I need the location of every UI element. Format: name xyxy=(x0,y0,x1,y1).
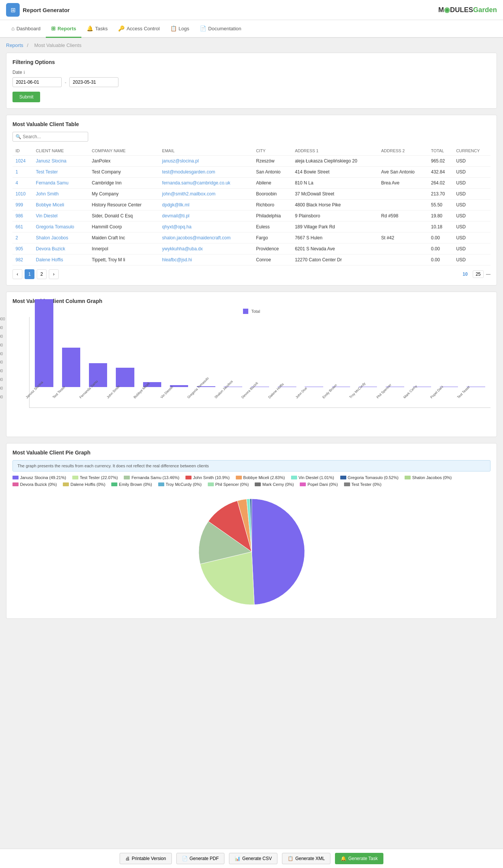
col-addr2: ADDRESS 2 xyxy=(378,146,428,156)
pie-legend-item: Troy McCurdy (0%) xyxy=(158,482,202,487)
client-name-link[interactable]: John Smith xyxy=(36,191,59,197)
email-link[interactable]: shalon.jacobos@maidencraft.com xyxy=(162,235,230,240)
pie-chart-panel: Most Valuable Client Pie Graph The graph… xyxy=(6,443,497,619)
email-link[interactable]: devmail@ti.pl xyxy=(162,213,189,219)
page-size-sep: — xyxy=(486,272,491,277)
y-axis: 10009008007006005004003002001000 xyxy=(0,317,5,408)
reports-icon: ⊞ xyxy=(51,25,56,31)
cell-addr1: 810 N La xyxy=(292,178,378,189)
email-link[interactable]: hleafbc@jsd.hi xyxy=(162,257,192,262)
table-row: 1 Test Tester Test Company test@modulesg… xyxy=(12,167,491,178)
cell-total: 19.80 xyxy=(428,211,453,222)
client-name-link[interactable]: Devora Buzick xyxy=(36,246,65,251)
id-link[interactable]: 905 xyxy=(16,246,23,251)
id-link[interactable]: 982 xyxy=(16,257,23,262)
table-row: 982 Dalene Hoffis Tippett, Troy M li hle… xyxy=(12,254,491,265)
pie-legend-item: Test Tester (22.07%) xyxy=(72,475,118,480)
client-name-link[interactable]: Janusz Slocina xyxy=(36,158,67,164)
date-from-input[interactable] xyxy=(12,77,62,87)
nav-tasks[interactable]: 🔔 Tasks xyxy=(81,20,113,38)
id-link[interactable]: 1024 xyxy=(16,158,26,164)
pie-legend-item: John Smith (10.9%) xyxy=(185,475,230,480)
table-row: 999 Bobbye Miceli History Resource Cente… xyxy=(12,200,491,211)
col-city: CITY xyxy=(253,146,292,156)
cell-addr2 xyxy=(378,200,428,211)
cell-email: devmail@ti.pl xyxy=(159,211,253,222)
breadcrumb-parent[interactable]: Reports xyxy=(6,42,23,48)
id-link[interactable]: 986 xyxy=(16,213,23,219)
client-name-link[interactable]: Bobbye Miceli xyxy=(36,202,64,208)
page-controls: ‹ 1 2 › xyxy=(12,269,59,279)
clients-table: ID CLIENT NAME COMPANY NAME EMAIL CITY A… xyxy=(12,146,491,265)
cell-currency: USD xyxy=(453,233,491,244)
page-size-25[interactable]: 25 xyxy=(473,270,484,278)
cell-city: Philadelphia xyxy=(253,211,292,222)
page-2-button[interactable]: 2 xyxy=(37,269,47,279)
y-label: 700 xyxy=(0,343,5,347)
id-link[interactable]: 999 xyxy=(16,202,23,208)
email-link[interactable]: john@smith2.mailbox.com xyxy=(162,191,215,197)
table-header: ID CLIENT NAME COMPANY NAME EMAIL CITY A… xyxy=(12,146,491,156)
nav-documentation[interactable]: 📄 Documentation xyxy=(195,20,246,38)
id-link[interactable]: 2 xyxy=(16,235,18,240)
nav-reports-label: Reports xyxy=(58,26,76,31)
nav-reports[interactable]: ⊞ Reports xyxy=(46,20,81,38)
cell-addr2: Rd #598 xyxy=(378,211,428,222)
client-name-link[interactable]: Dalene Hoffis xyxy=(36,257,63,262)
pie-legend-item: Devora Buzick (0%) xyxy=(12,482,57,487)
nav-logs[interactable]: 📋 Logs xyxy=(165,20,195,38)
cell-email: fernanda.samu@cambridge.co.uk xyxy=(159,178,253,189)
id-link[interactable]: 661 xyxy=(16,224,23,229)
pie-color-box xyxy=(300,482,306,486)
client-name-link[interactable]: Fernanda Samu xyxy=(36,180,69,186)
client-name-link[interactable]: Shalon Jacobos xyxy=(36,235,68,240)
page-prev-button[interactable]: ‹ xyxy=(12,269,22,279)
table-row: 661 Gregoria Tomasulo Hammill Coorp qhyx… xyxy=(12,222,491,233)
client-name-link[interactable]: Test Tester xyxy=(36,169,58,175)
cell-client-name: Janusz Slocina xyxy=(33,156,89,167)
nav-logs-label: Logs xyxy=(179,26,189,31)
page-1-button[interactable]: 1 xyxy=(25,269,34,279)
cell-currency: USD xyxy=(453,211,491,222)
cell-email: john@smith2.mailbox.com xyxy=(159,189,253,200)
nav-docs-label: Documentation xyxy=(208,26,241,31)
submit-button[interactable]: Submit xyxy=(12,92,40,102)
search-icon: 🔍 xyxy=(16,134,21,139)
nav-access-control[interactable]: 🔑 Access Control xyxy=(113,20,165,38)
email-link[interactable]: qhyxt@opq.ha xyxy=(162,224,192,229)
pie-legend-item: Fernanda Samu (13.46%) xyxy=(124,475,179,480)
client-name-link[interactable]: Gregoria Tomasulo xyxy=(36,224,74,229)
email-link[interactable]: janusz@slocina.pl xyxy=(162,158,199,164)
cell-addr2 xyxy=(378,222,428,233)
email-link[interactable]: dpdgk@llk.ml xyxy=(162,202,189,208)
id-link[interactable]: 4 xyxy=(16,180,18,186)
y-label: 0 xyxy=(0,404,5,408)
nav-dashboard[interactable]: ⌂ Dashboard xyxy=(6,20,46,38)
email-link[interactable]: ywykkuhha@uba.dx xyxy=(162,246,203,251)
pie-color-box xyxy=(63,482,69,486)
table-body: 1024 Janusz Slocina JanPolex janusz@sloc… xyxy=(12,156,491,265)
page-next-button[interactable]: › xyxy=(49,269,59,279)
bar xyxy=(62,348,81,387)
date-to-input[interactable] xyxy=(69,77,118,87)
email-link[interactable]: fernanda.samu@cambridge.co.uk xyxy=(162,180,230,186)
id-link[interactable]: 1 xyxy=(16,169,18,175)
nav-dashboard-label: Dashboard xyxy=(16,26,40,31)
email-link[interactable]: test@modulesgarden.com xyxy=(162,169,215,175)
id-link[interactable]: 1010 xyxy=(16,191,26,197)
date-label: Date ℹ xyxy=(12,70,491,75)
page-size-10[interactable]: 10 xyxy=(460,271,470,278)
pie-legend-label: Devora Buzick (0%) xyxy=(20,482,57,487)
table-title: Most Valuable Client Table xyxy=(12,121,491,127)
search-input[interactable] xyxy=(12,132,88,142)
cell-company: Innerpol xyxy=(89,244,159,254)
y-label: 500 xyxy=(0,360,5,364)
app-icon: ⊞ xyxy=(6,3,20,17)
y-label: 400 xyxy=(0,369,5,373)
cell-city: Conroe xyxy=(253,254,292,265)
pie-legend-label: Test Tester (0%) xyxy=(352,482,382,487)
table-row: 1024 Janusz Slocina JanPolex janusz@sloc… xyxy=(12,156,491,167)
cell-id: 986 xyxy=(12,211,33,222)
cell-city: Booroobin xyxy=(253,189,292,200)
client-name-link[interactable]: Vin Diestel xyxy=(36,213,58,219)
